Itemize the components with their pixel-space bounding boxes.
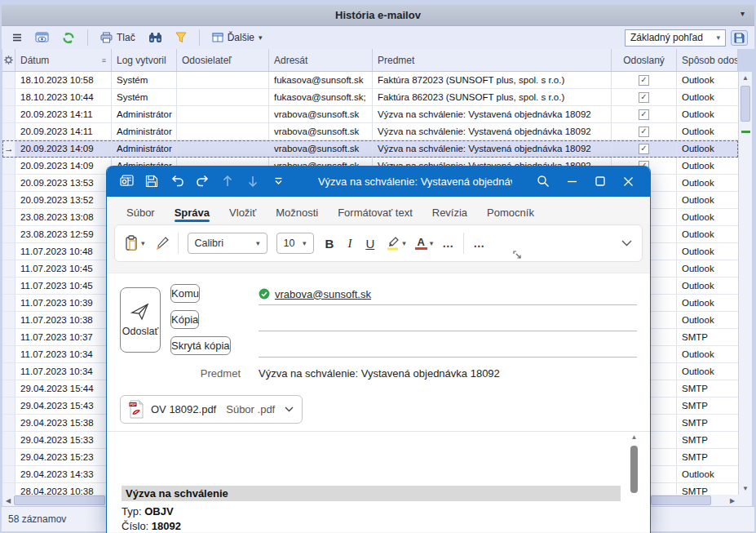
column-header-subject[interactable]: Predmet	[373, 49, 612, 71]
body-scroll-up-icon[interactable]: ▲	[630, 433, 639, 441]
horizontal-scroll-thumb[interactable]	[14, 495, 105, 505]
column-header-sender[interactable]: Odosielateľ	[177, 49, 269, 71]
cell-method: SMTP	[677, 449, 738, 466]
refresh-icon	[62, 32, 75, 44]
minimize-button[interactable]	[564, 176, 581, 187]
header-gear-cell[interactable]	[2, 49, 15, 71]
cell-date: 28.04.2023 10:38	[15, 483, 112, 495]
cell-method: Outlook	[677, 106, 738, 123]
compose-tab-pomocník[interactable]: Pomocník	[477, 201, 544, 224]
view-select[interactable]: Základný pohľad ▾	[625, 29, 726, 47]
table-row[interactable]: 18.10.2023 10:44 Systém fukasova@sunsoft…	[2, 89, 738, 106]
to-button[interactable]: Komu	[170, 284, 200, 303]
view-select-value: Základný pohľad	[630, 32, 703, 43]
vertical-scroll-thumb[interactable]	[741, 86, 750, 122]
cell-recipient: vrabova@sunsoft.sk	[269, 140, 373, 158]
cc-field[interactable]	[259, 312, 637, 331]
column-header-date[interactable]: Dátum ≡	[15, 49, 112, 71]
body-scrollbar[interactable]: ▲	[630, 433, 639, 530]
compose-tab-vložiť[interactable]: Vložiť	[219, 201, 266, 224]
bcc-field[interactable]	[259, 338, 637, 358]
scroll-down-icon[interactable]: ▼	[739, 485, 752, 492]
save-view-button[interactable]	[731, 30, 748, 46]
scroll-left-icon[interactable]: ◀	[4, 497, 12, 504]
print-button[interactable]: Tlač	[96, 30, 139, 45]
font-size-select[interactable]: 10 ▾	[276, 233, 314, 254]
more-button[interactable]: Ďalšie ▾	[208, 30, 267, 45]
scroll-right-icon[interactable]: ▶	[728, 497, 736, 504]
filter-button[interactable]	[171, 30, 191, 45]
preview-button[interactable]	[31, 30, 53, 45]
table-row[interactable]: 20.09.2023 14:11 Administrátor vrabova@s…	[2, 123, 738, 140]
compose-tab-revízia[interactable]: Revízia	[422, 201, 477, 224]
compose-tab-možnosti[interactable]: Možnosti	[266, 201, 328, 224]
font-color-button[interactable]: A ▾	[415, 237, 434, 251]
horizontal-scroll-thumb[interactable]	[651, 495, 711, 505]
printer-icon	[100, 32, 113, 43]
undo-icon[interactable]	[170, 174, 184, 189]
send-button[interactable]: Odoslať	[120, 287, 161, 353]
to-value[interactable]: vrabova@sunsoft.sk	[275, 288, 371, 300]
cell-date: 11.07.2023 10:45	[15, 278, 112, 295]
horizontal-scrollbar-left[interactable]: ◀	[2, 495, 106, 506]
row-indicator	[2, 260, 15, 278]
italic-button[interactable]: I	[345, 237, 354, 251]
save-icon[interactable]	[145, 174, 159, 189]
close-button[interactable]	[620, 176, 637, 187]
scroll-up-icon[interactable]: ▲	[739, 74, 752, 82]
sent-checkbox[interactable]: ✓	[639, 92, 649, 103]
more-formatting-button[interactable]: …	[442, 237, 454, 250]
move-up-icon[interactable]	[221, 174, 235, 189]
column-header-sent[interactable]: Odoslaný	[612, 49, 677, 71]
titlebar-caret-icon[interactable]: ▾	[741, 9, 745, 18]
to-field[interactable]: vrabova@sunsoft.sk	[259, 286, 637, 305]
table-row[interactable]: 20.09.2023 14:11 Administrátor vrabova@s…	[2, 106, 738, 123]
horizontal-scrollbar-right[interactable]: ▶	[651, 495, 738, 506]
search-icon[interactable]	[535, 175, 552, 188]
subject-value[interactable]: Výzva na schválenie: Vystavená objednávk…	[259, 364, 637, 380]
column-header-recipient[interactable]: Adresát	[269, 49, 373, 71]
cell-recipient: vrabova@sunsoft.sk	[269, 123, 373, 140]
dialog-launcher-icon[interactable]	[513, 251, 521, 259]
font-select-value: Calibri	[195, 238, 223, 249]
maximize-button[interactable]	[591, 176, 608, 186]
ribbon-collapse-icon[interactable]	[621, 240, 632, 247]
compose-tab-súbor[interactable]: Súbor	[117, 201, 165, 224]
refresh-button[interactable]	[58, 30, 79, 46]
format-painter-button[interactable]	[154, 237, 169, 251]
bold-button[interactable]: B	[323, 237, 337, 251]
row-indicator	[2, 209, 15, 226]
menu-button[interactable]	[8, 32, 26, 43]
font-select[interactable]: Calibri ▾	[188, 233, 267, 254]
page-title: História e-mailov	[335, 9, 421, 21]
sent-checkbox[interactable]: ✓	[639, 75, 649, 86]
message-body[interactable]: Výzva na schválenie Typ: OBJV Číslo: 180…	[107, 432, 650, 532]
vertical-scrollbar[interactable]: ▲ ▼	[738, 72, 752, 495]
table-row[interactable]: → 20.09.2023 14:09 Administrátor vrabova…	[2, 140, 738, 158]
bcc-button[interactable]: Skrytá kópia	[170, 336, 231, 355]
column-header-method[interactable]: Spôsob odosla...	[677, 49, 738, 71]
underline-button[interactable]: U	[363, 237, 377, 251]
highlight-button[interactable]: ▾	[386, 236, 406, 251]
column-filter-icon[interactable]: ≡	[102, 56, 106, 64]
sent-checkbox[interactable]: ✓	[639, 127, 649, 137]
records-count: 58 záznamov	[8, 513, 66, 525]
body-scroll-thumb[interactable]	[630, 446, 638, 493]
sent-checkbox[interactable]: ✓	[639, 144, 649, 154]
find-button[interactable]	[144, 30, 166, 45]
move-down-icon[interactable]	[246, 174, 260, 189]
column-header-log[interactable]: Log vytvoril	[112, 49, 177, 71]
compose-tab-správa[interactable]: Správa	[165, 201, 219, 224]
attachment-caret-icon[interactable]	[285, 406, 294, 412]
qat-customize-icon[interactable]	[272, 174, 285, 189]
row-indicator	[2, 415, 15, 432]
more-commands-button[interactable]: …	[473, 237, 485, 250]
attachment-chip[interactable]: PDF OV 18092.pdf Súbor .pdf	[120, 395, 303, 424]
sent-checkbox[interactable]: ✓	[639, 109, 649, 120]
paste-button[interactable]: ▾	[125, 235, 145, 251]
cell-log: Systém	[112, 89, 177, 106]
cc-button[interactable]: Kópia	[170, 310, 199, 329]
compose-tab-formátovať-text[interactable]: Formátovať text	[328, 201, 422, 224]
table-row[interactable]: 18.10.2023 10:58 Systém fukasova@sunsoft…	[2, 72, 738, 89]
redo-icon[interactable]	[196, 174, 210, 189]
